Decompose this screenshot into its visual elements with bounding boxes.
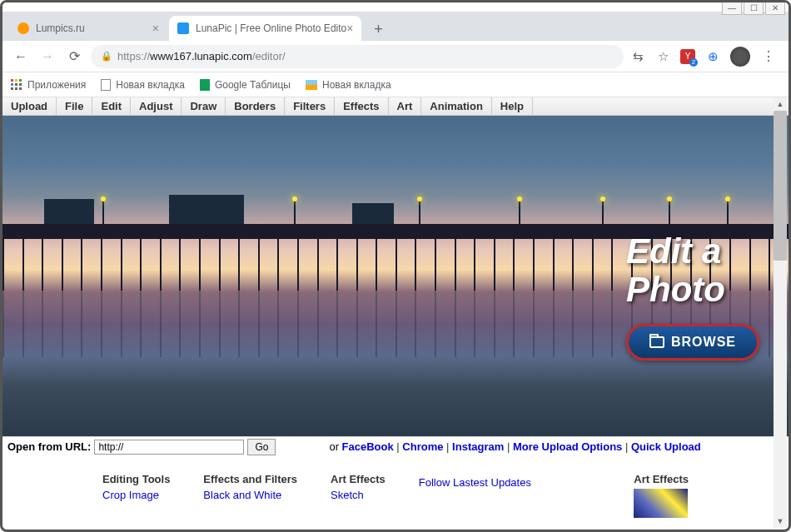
link-follow-updates[interactable]: Follow Lastest Updates [419, 476, 531, 489]
favicon-icon [177, 22, 189, 34]
menu-help[interactable]: Help [492, 97, 533, 115]
link-black-white[interactable]: Black and White [203, 489, 297, 501]
bookmarks-bar: Приложения Новая вкладка Google Таблицы … [2, 72, 789, 97]
extension-badge[interactable]: Y [680, 49, 695, 64]
hero-title: Edit a Photo [626, 232, 759, 309]
window-close-button[interactable]: ✕ [765, 0, 785, 15]
link-instagram[interactable]: Instagram [452, 440, 504, 453]
lock-icon: 🔒 [101, 51, 112, 62]
menu-button[interactable]: ⋮ [760, 49, 775, 64]
url-input[interactable]: 🔒 https://www167.lunapic.com/editor/ [91, 45, 624, 68]
scroll-up-icon[interactable]: ▲ [774, 97, 787, 111]
page-content: Upload File Edit Adjust Draw Borders Fil… [2, 97, 789, 530]
avatar[interactable] [730, 47, 750, 67]
globe-icon[interactable]: ⊕ [705, 49, 720, 64]
link-sketch[interactable]: Sketch [331, 489, 386, 501]
reload-button[interactable]: ⟳ [64, 47, 84, 67]
tab-close-icon[interactable]: × [346, 22, 353, 35]
translate-icon[interactable]: ⇆ [630, 49, 645, 64]
document-icon [101, 79, 111, 91]
menu-file[interactable]: File [57, 97, 92, 115]
col-title-art: Art Effects [331, 473, 386, 485]
col-title-editing: Editing Tools [102, 473, 170, 485]
url-text: https://www167.lunapic.com/editor/ [117, 50, 286, 62]
menu-upload[interactable]: Upload [2, 97, 57, 115]
url-label: Open from URL: [7, 440, 91, 453]
scrollbar[interactable]: ▲ ▼ [774, 97, 787, 528]
menu-animation[interactable]: Animation [421, 97, 492, 115]
scroll-down-icon[interactable]: ▼ [774, 515, 787, 528]
link-crop-image[interactable]: Crop Image [102, 489, 170, 501]
tab-lunapic[interactable]: LunaPic | Free Online Photo Edito × [169, 16, 361, 41]
new-tab-button[interactable]: + [366, 17, 390, 41]
art-effects-title: Art Effects [634, 473, 689, 485]
apps-button[interactable]: Приложения [11, 79, 86, 91]
address-bar: ← → ⟳ 🔒 https://www167.lunapic.com/edito… [2, 41, 789, 72]
tab-lumpics[interactable]: Lumpics.ru × [9, 16, 167, 41]
link-quick-upload[interactable]: Quick Upload [631, 440, 701, 453]
bookmark-item[interactable]: Google Таблицы [200, 79, 291, 91]
lunapic-menu: Upload File Edit Adjust Draw Borders Fil… [2, 97, 789, 116]
forward-button[interactable]: → [37, 47, 57, 67]
url-input-field[interactable] [94, 440, 244, 455]
tab-title: Lumpics.ru [36, 22, 85, 34]
menu-draw[interactable]: Draw [182, 97, 226, 115]
or-text: or [329, 440, 339, 453]
sheets-icon [200, 79, 210, 91]
browse-button[interactable]: BROWSE [626, 324, 759, 360]
footer-columns: Editing Tools Crop Image Effects and Fil… [2, 456, 789, 518]
tab-close-icon[interactable]: × [152, 22, 159, 35]
image-icon [306, 80, 317, 90]
art-thumbnail[interactable] [634, 489, 688, 518]
menu-effects[interactable]: Effects [335, 97, 388, 115]
menu-borders[interactable]: Borders [226, 97, 285, 115]
menu-art[interactable]: Art [389, 97, 422, 115]
link-chrome[interactable]: Chrome [402, 440, 443, 453]
back-button[interactable]: ← [11, 47, 31, 67]
menu-filters[interactable]: Filters [285, 97, 335, 115]
tab-title: LunaPic | Free Online Photo Edito [196, 22, 346, 34]
window-titlebar: — ☐ ✕ [2, 2, 789, 12]
apps-icon [11, 79, 22, 91]
scroll-thumb[interactable] [774, 111, 787, 261]
menu-edit[interactable]: Edit [92, 97, 131, 115]
link-facebook[interactable]: FaceBook [342, 440, 394, 453]
maximize-button[interactable]: ☐ [744, 0, 764, 15]
url-open-bar: Open from URL: Go or FaceBook | Chrome |… [2, 436, 789, 456]
minimize-button[interactable]: — [722, 0, 742, 15]
col-title-effects: Effects and Filters [203, 473, 297, 485]
go-button[interactable]: Go [247, 439, 276, 455]
bookmark-item[interactable]: Новая вкладка [306, 79, 391, 91]
favicon-icon [17, 22, 29, 34]
star-icon[interactable]: ☆ [655, 49, 670, 64]
hero-image: Edit a Photo BROWSE [2, 116, 789, 436]
folder-icon [649, 336, 664, 348]
menu-adjust[interactable]: Adjust [131, 97, 182, 115]
bookmark-item[interactable]: Новая вкладка [101, 79, 185, 91]
browser-tabs: Lumpics.ru × LunaPic | Free Online Photo… [2, 12, 789, 41]
link-more-upload[interactable]: More Upload Options [513, 440, 622, 453]
